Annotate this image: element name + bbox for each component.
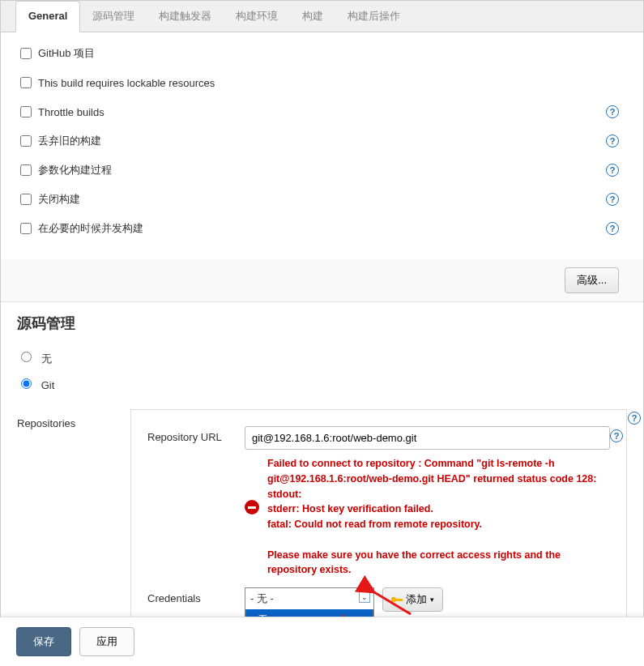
help-icon[interactable]: ? bbox=[628, 412, 641, 425]
tab-general[interactable]: General bbox=[15, 1, 80, 32]
tab-post[interactable]: 构建后操作 bbox=[335, 1, 412, 32]
label-discard-old: 丢弃旧的构建 bbox=[38, 134, 101, 148]
tab-triggers[interactable]: 构建触发器 bbox=[147, 1, 224, 32]
label-parameterized: 参数化构建过程 bbox=[38, 163, 112, 177]
radio-scm-git[interactable] bbox=[21, 378, 32, 389]
key-icon bbox=[391, 596, 403, 604]
help-icon[interactable]: ? bbox=[606, 134, 619, 147]
help-icon[interactable]: ? bbox=[606, 105, 619, 118]
label-throttle: Throttle builds bbox=[38, 106, 104, 118]
add-credentials-button[interactable]: 添加 ▾ bbox=[382, 587, 443, 612]
help-icon[interactable]: ? bbox=[606, 222, 619, 235]
save-button[interactable]: 保存 bbox=[16, 627, 71, 656]
tab-scm[interactable]: 源码管理 bbox=[80, 1, 147, 32]
checkbox-lockable[interactable] bbox=[20, 77, 32, 88]
help-icon[interactable]: ? bbox=[606, 164, 619, 177]
chevron-down-icon: ⌄ bbox=[359, 591, 370, 603]
help-icon[interactable]: ? bbox=[606, 193, 619, 206]
help-icon[interactable]: ? bbox=[610, 429, 623, 442]
label-github-project: GitHub 项目 bbox=[38, 46, 95, 61]
label-scm-git: Git bbox=[41, 379, 55, 391]
tab-env[interactable]: 构建环境 bbox=[224, 1, 290, 32]
checkbox-discard-old[interactable] bbox=[20, 135, 32, 147]
label-lockable: This build requires lockable resources bbox=[38, 77, 215, 89]
label-disable-build: 关闭构建 bbox=[38, 192, 80, 207]
error-icon bbox=[245, 500, 259, 514]
checkbox-github-project[interactable] bbox=[20, 48, 32, 59]
repo-url-label: Repository URL bbox=[147, 426, 245, 443]
label-scm-none: 无 bbox=[41, 352, 52, 365]
checkbox-parameterized[interactable] bbox=[20, 164, 32, 176]
label-concurrent: 在必要的时候并发构建 bbox=[38, 221, 143, 236]
checkbox-disable-build[interactable] bbox=[20, 194, 32, 205]
error-message: Failed to connect to repository : Comman… bbox=[245, 450, 610, 584]
apply-button[interactable]: 应用 bbox=[79, 627, 134, 656]
scm-heading: 源码管理 bbox=[1, 301, 643, 336]
checkbox-concurrent[interactable] bbox=[20, 223, 32, 234]
chevron-down-icon: ▾ bbox=[430, 596, 434, 604]
checkbox-throttle[interactable] bbox=[20, 106, 32, 117]
credentials-label: Credentials bbox=[147, 587, 245, 604]
repo-url-input[interactable] bbox=[245, 426, 610, 450]
radio-scm-none[interactable] bbox=[21, 352, 32, 362]
advanced-button[interactable]: 高级... bbox=[565, 267, 619, 293]
tab-build[interactable]: 构建 bbox=[290, 1, 335, 32]
